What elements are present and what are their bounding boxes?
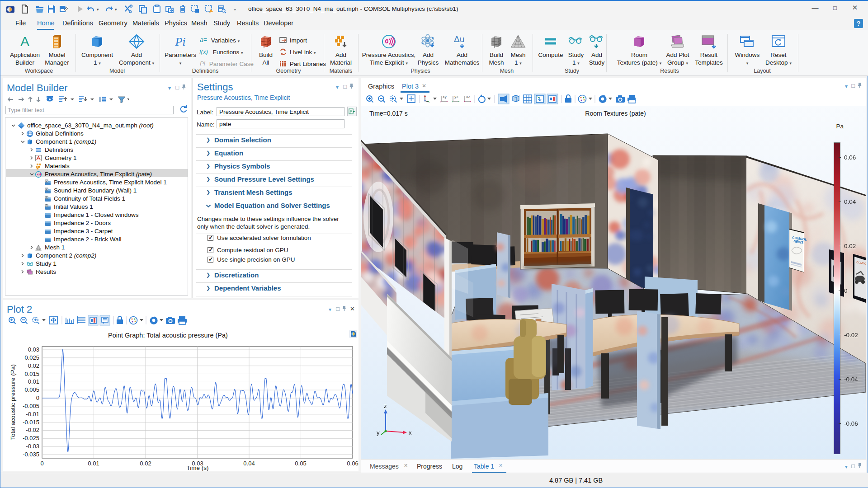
svg-text:0.02: 0.02 [28,362,39,369]
svg-text:-0.03: -0.03 [26,443,39,450]
svg-text:-0.035: -0.035 [23,451,39,458]
svg-text:Total acoustic pressure (Pa): Total acoustic pressure (Pa) [9,364,16,440]
svg-text:xz: xz [466,94,471,99]
svg-text:-0.01: -0.01 [26,411,39,418]
svg-text:x: x [409,429,412,436]
svg-text:0.025: 0.025 [24,354,39,361]
svg-text:D: D [46,196,47,198]
svg-text:0.05: 0.05 [295,460,306,467]
svg-text:0.01: 0.01 [28,378,39,385]
svg-text:0.04: 0.04 [243,460,255,467]
svg-text:0: 0 [40,460,43,467]
svg-text:-0.02: -0.02 [26,427,39,433]
svg-text:0.06: 0.06 [347,460,358,467]
svg-text:D: D [46,188,47,190]
svg-text:D: D [46,204,47,206]
svg-text:-0.025: -0.025 [23,435,39,441]
svg-text:A: A [20,34,29,49]
svg-text:Time (s): Time (s) [187,465,209,471]
svg-text:0.03: 0.03 [28,346,39,353]
svg-text:0.02: 0.02 [140,460,151,467]
svg-text:f(x): f(x) [199,48,208,55]
svg-text:0.005: 0.005 [24,386,39,393]
svg-text:yz: yz [454,94,459,99]
svg-text:-0.015: -0.015 [23,419,39,426]
svg-text:Δu: Δu [454,34,464,44]
svg-text:a=: a= [200,37,207,43]
svg-text:0.01: 0.01 [88,460,99,467]
svg-text:D: D [46,180,47,182]
svg-text:xy: xy [443,94,447,99]
svg-text:Pi: Pi [200,60,206,67]
svg-text:0: 0 [36,394,39,401]
svg-text:y: y [377,429,380,436]
svg-text:z: z [384,403,387,409]
svg-text:Pi: Pi [175,35,185,48]
svg-text:-0.005: -0.005 [23,403,39,409]
svg-text:0.015: 0.015 [24,371,39,377]
